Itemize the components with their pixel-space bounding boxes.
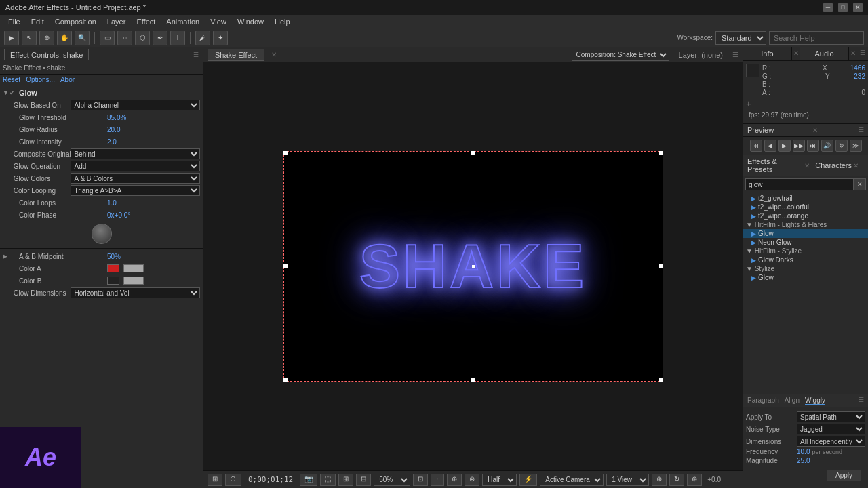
char-menu[interactable]: ☰: [859, 396, 864, 405]
glow-checkbox[interactable]: ✔: [9, 89, 19, 96]
magnitude-number[interactable]: 25.0: [797, 457, 810, 464]
menu-layer[interactable]: Layer: [102, 15, 132, 28]
maximize-button[interactable]: □: [838, 3, 848, 12]
effects-search-clear[interactable]: ✕: [854, 178, 866, 190]
paragraph-tab[interactable]: Paragraph: [747, 396, 779, 405]
prev-back-btn[interactable]: ◀: [764, 140, 776, 152]
handle-tc[interactable]: [471, 151, 475, 155]
color-a-swatch[interactable]: [107, 264, 119, 272]
reset-button[interactable]: Reset: [3, 76, 20, 83]
handle-br[interactable]: [659, 378, 663, 382]
menu-edit[interactable]: Edit: [26, 15, 50, 28]
color-phase-value[interactable]: 0x+0.0°: [107, 211, 200, 219]
view-select[interactable]: Active Camera: [540, 474, 604, 486]
menu-window[interactable]: Window: [232, 15, 269, 28]
prev-first-btn[interactable]: ⏮: [750, 140, 762, 152]
close-button[interactable]: ✕: [853, 3, 863, 12]
shape-tool[interactable]: ⬡: [135, 30, 150, 45]
color-loops-value[interactable]: 1.0: [107, 199, 200, 207]
glow-radius-value[interactable]: 20.0: [107, 126, 200, 134]
comp-menu-icon[interactable]: ☰: [732, 51, 738, 58]
comp-tab[interactable]: Shake Effect: [208, 49, 264, 61]
menu-effect[interactable]: Effect: [131, 15, 161, 28]
apply-to-dropdown[interactable]: Spatial Path Temporal Graph: [797, 411, 865, 422]
comp-draft-btn[interactable]: ⊛: [687, 474, 702, 486]
effect-controls-tab[interactable]: Effect Controls: shake: [4, 49, 89, 60]
comp-show-snap-btn[interactable]: ⬚: [320, 474, 336, 486]
brush-tool[interactable]: 🖌: [195, 30, 210, 45]
arrow-tool[interactable]: ↖: [22, 30, 37, 45]
handle-bc[interactable]: [471, 378, 475, 382]
effects-close[interactable]: ✕: [804, 162, 810, 169]
handle-bl[interactable]: [283, 378, 288, 382]
glow-based-on-dropdown[interactable]: Alpha Channel Color Channel: [71, 100, 200, 110]
pen-tool[interactable]: ✒: [153, 30, 167, 45]
tree-group-stylize[interactable]: ▼ Stylize: [743, 264, 868, 273]
color-looping-dropdown[interactable]: Triangle A>B>A Sawtooth A>B: [71, 185, 200, 196]
composite-original-dropdown[interactable]: Behind In Front: [71, 148, 200, 159]
preview-menu[interactable]: ☰: [859, 127, 864, 134]
effects-menu[interactable]: ☰: [859, 162, 864, 169]
tree-item-wipe-orange[interactable]: ▶ t2_wipe...orange: [743, 211, 868, 220]
menu-view[interactable]: View: [205, 15, 232, 28]
frequency-number[interactable]: 10.0: [797, 448, 810, 455]
about-button[interactable]: Abor: [60, 76, 75, 83]
glow-dimensions-dropdown[interactable]: Horizontal and Vei Horizontal Vertical: [71, 287, 200, 298]
glow-section-header[interactable]: ▼ ✔ Glow: [0, 87, 203, 99]
color-b-swatch[interactable]: [107, 277, 119, 285]
center-handle[interactable]: [472, 265, 475, 268]
tree-item-glow[interactable]: ▶ Glow: [743, 229, 868, 238]
panel-menu-icon[interactable]: ☰: [193, 52, 199, 58]
prev-play-btn[interactable]: ▶: [778, 140, 791, 152]
handle-mr[interactable]: [659, 264, 663, 268]
selection-tool[interactable]: ⊕: [39, 30, 54, 45]
glow-operation-dropdown[interactable]: Add Screen: [71, 161, 200, 171]
prev-more-btn[interactable]: ≫: [850, 140, 862, 152]
tree-group-hitfilm-stylize[interactable]: ▼ HitFilm - Stylize: [743, 247, 868, 256]
prev-loop-btn[interactable]: ↻: [835, 140, 848, 152]
apply-button[interactable]: Apply: [827, 470, 861, 481]
prev-fwd-btn[interactable]: ▶▶: [793, 140, 805, 152]
comp-region-btn[interactable]: ⬝: [431, 474, 444, 486]
menu-animation[interactable]: Animation: [161, 15, 205, 28]
play-button[interactable]: ▶: [4, 30, 19, 45]
tree-item-glow2[interactable]: ▶ Glow: [743, 273, 868, 282]
comp-grid-btn[interactable]: ⊞: [338, 474, 353, 486]
handle-ml[interactable]: [283, 264, 288, 268]
shape-rect[interactable]: ▭: [100, 30, 115, 45]
tree-item-neon-glow[interactable]: ▶ Neon Glow: [743, 238, 868, 247]
color-b-gray[interactable]: [123, 277, 144, 285]
comp-select[interactable]: Composition: Shake Effect: [572, 49, 669, 61]
quality-select[interactable]: Half Full Third: [482, 474, 517, 486]
wiggly-tab[interactable]: Wiggly: [805, 396, 825, 405]
comp-frame-btn[interactable]: ⊞: [208, 474, 222, 486]
tree-item-glow-darks[interactable]: ▶ Glow Darks: [743, 256, 868, 264]
comp-timecode[interactable]: 0;00;01;12: [244, 475, 297, 484]
menu-file[interactable]: File: [3, 15, 26, 28]
handle-tr[interactable]: [659, 151, 663, 155]
zoom-tool[interactable]: 🔍: [75, 30, 90, 45]
info-tab[interactable]: Info: [743, 47, 792, 60]
view-count-select[interactable]: 1 View 2 Views: [606, 474, 649, 486]
stamp-tool[interactable]: ✦: [213, 30, 228, 45]
audio-tab-close[interactable]: ✕: [849, 47, 857, 60]
comp-time-btn[interactable]: ⏱: [225, 474, 241, 486]
composition-view[interactable]: SHAKE: [203, 62, 743, 470]
handle-tl[interactable]: [283, 151, 288, 155]
info-tab-close[interactable]: ✕: [792, 47, 800, 60]
glow-threshold-value[interactable]: 85.0%: [107, 114, 200, 121]
text-tool[interactable]: T: [170, 30, 185, 45]
glow-expand-icon[interactable]: ▼: [3, 89, 9, 96]
comp-close-icon[interactable]: ✕: [271, 51, 277, 58]
comp-3d-btn[interactable]: ⊕: [447, 474, 462, 486]
ab-midpoint-value[interactable]: 50%: [107, 253, 200, 260]
color-a-gray[interactable]: [123, 264, 144, 272]
comp-fast-btn[interactable]: ⚡: [519, 474, 537, 486]
menu-composition[interactable]: Composition: [50, 15, 102, 28]
align-tab[interactable]: Align: [785, 396, 800, 405]
tree-item-glowtrail[interactable]: ▶ t2_glowtrail: [743, 194, 868, 203]
comp-render-btn[interactable]: ↻: [669, 474, 684, 486]
prev-last-btn[interactable]: ⏭: [807, 140, 819, 152]
dimensions-dropdown[interactable]: All Independently All The Same: [797, 436, 865, 447]
workspace-select[interactable]: Standard: [715, 31, 766, 45]
